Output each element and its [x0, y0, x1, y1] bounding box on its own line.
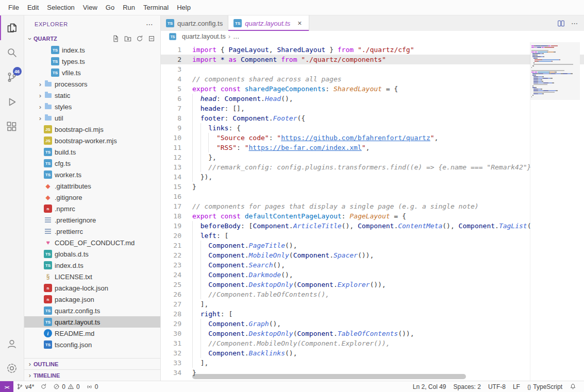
line-number[interactable]: 24: [161, 270, 192, 280]
line-number[interactable]: 10: [161, 133, 192, 143]
tree-item-bootstrap-cli.mjs[interactable]: JSbootstrap-cli.mjs: [24, 124, 160, 135]
line-number[interactable]: 25: [161, 280, 192, 289]
tree-item-static[interactable]: static: [24, 90, 160, 101]
tree-item-vfile.ts[interactable]: TSvfile.ts: [24, 67, 160, 78]
tab-quartz.layout.ts[interactable]: TSquartz.layout.ts×: [228, 15, 309, 31]
tree-item-.gitattributes[interactable]: ◆.gitattributes: [24, 180, 160, 192]
code-line-24[interactable]: 24Component.Darkmode(),: [161, 270, 584, 280]
line-number[interactable]: 11: [161, 143, 192, 152]
code-line-27[interactable]: 27],: [161, 299, 584, 309]
line-number[interactable]: 2: [161, 55, 192, 64]
menu-file[interactable]: File: [4, 2, 23, 13]
language-status[interactable]: TypeScript: [524, 381, 566, 392]
line-number[interactable]: 23: [161, 260, 192, 270]
line-number[interactable]: 22: [161, 250, 192, 260]
line-number[interactable]: 7: [161, 104, 192, 113]
code-line-20[interactable]: 20left: [: [161, 231, 584, 241]
refresh-icon[interactable]: [136, 35, 143, 42]
line-number[interactable]: 29: [161, 319, 192, 329]
tree-item-util[interactable]: util: [24, 112, 160, 124]
line-number[interactable]: 1: [161, 45, 192, 55]
section-timeline[interactable]: TIMELINE: [24, 369, 160, 381]
remote-indicator[interactable]: [0, 381, 13, 392]
tree-item-index.d.ts[interactable]: TSindex.d.ts: [24, 260, 160, 271]
line-number[interactable]: 6: [161, 94, 192, 104]
code-line-31[interactable]: 31//Component.MobileOnly(Component.Explo…: [161, 338, 584, 348]
encoding-status[interactable]: UTF-8: [485, 381, 509, 392]
tree-item-package-lock.json[interactable]: npackage-lock.json: [24, 282, 160, 294]
collapse-all-icon[interactable]: [148, 35, 155, 42]
run-debug-activity-icon[interactable]: [0, 90, 24, 114]
line-number[interactable]: 9: [161, 123, 192, 133]
extensions-activity-icon[interactable]: [0, 114, 24, 139]
tree-item-README.md[interactable]: iREADME.md: [24, 328, 160, 339]
code-line-23[interactable]: 23Component.Search(),: [161, 260, 584, 270]
tree-item-CODE_OF_CONDUCT.md[interactable]: ♥CODE_OF_CONDUCT.md: [24, 237, 160, 248]
line-number[interactable]: 15: [161, 182, 192, 192]
menu-help[interactable]: Help: [173, 2, 195, 13]
code-line-26[interactable]: 26//Component.TableOfContents(),: [161, 289, 584, 299]
tree-item-index.ts[interactable]: TSindex.ts: [24, 44, 160, 56]
new-folder-icon[interactable]: [124, 35, 131, 42]
menu-view[interactable]: View: [79, 2, 102, 13]
section-outline[interactable]: OUTLINE: [24, 358, 160, 369]
code-line-15[interactable]: 15}: [161, 182, 584, 192]
line-number[interactable]: 3: [161, 64, 192, 74]
line-number[interactable]: 16: [161, 192, 192, 201]
explorer-activity-icon[interactable]: [0, 15, 24, 40]
code-line-22[interactable]: 22Component.MobileOnly(Component.Spacer(…: [161, 250, 584, 260]
line-number[interactable]: 32: [161, 348, 192, 358]
line-number[interactable]: 4: [161, 74, 192, 84]
tree-item-.gitignore[interactable]: ◆.gitignore: [24, 192, 160, 203]
line-number[interactable]: 27: [161, 299, 192, 309]
code-line-3[interactable]: 3: [161, 64, 584, 74]
split-editor-icon[interactable]: [557, 20, 565, 27]
problems-status[interactable]: 0 0: [50, 381, 82, 392]
search-activity-icon[interactable]: [0, 40, 24, 65]
minimap[interactable]: [530, 42, 580, 381]
line-number[interactable]: 5: [161, 84, 192, 94]
line-number[interactable]: 12: [161, 152, 192, 162]
code-line-32[interactable]: 32Component.Backlinks(),: [161, 348, 584, 358]
line-number[interactable]: 26: [161, 289, 192, 299]
tree-item-.npmrc[interactable]: n.npmrc: [24, 203, 160, 214]
scrollbar-thumb[interactable]: [192, 374, 466, 379]
code-line-12[interactable]: 12},: [161, 152, 584, 162]
menu-go[interactable]: Go: [102, 2, 119, 13]
code-line-4[interactable]: 4// components shared across all pages: [161, 74, 584, 84]
eol-status[interactable]: LF: [509, 381, 524, 392]
code-line-11[interactable]: 11"RSS": "https://be-far.com/index.xml",: [161, 143, 584, 152]
code-line-9[interactable]: 9links: {: [161, 123, 584, 133]
code-line-21[interactable]: 21Component.PageTitle(),: [161, 241, 584, 250]
tree-item-package.json[interactable]: npackage.json: [24, 294, 160, 305]
line-number[interactable]: 30: [161, 329, 192, 338]
code-line-33[interactable]: 33],: [161, 358, 584, 368]
tree-item-types.ts[interactable]: TStypes.ts: [24, 56, 160, 67]
close-tab-icon[interactable]: ×: [295, 19, 304, 27]
code-line-29[interactable]: 29Component.Graph(),: [161, 319, 584, 329]
code-line-30[interactable]: 30Component.DesktopOnly(Component.TableO…: [161, 329, 584, 338]
notifications-status[interactable]: [566, 381, 580, 392]
code-line-18[interactable]: 18export const defaultContentPageLayout:…: [161, 211, 584, 221]
branch-status[interactable]: v4*: [13, 381, 37, 392]
line-number[interactable]: 34: [161, 368, 192, 378]
line-number[interactable]: 31: [161, 338, 192, 348]
new-file-icon[interactable]: [112, 35, 120, 42]
code-line-19[interactable]: 19beforeBody: [Component.ArticleTitle(),…: [161, 221, 584, 231]
code-line-1[interactable]: 1import { PageLayout, SharedLayout } fro…: [161, 45, 584, 55]
indentation-status[interactable]: Spaces: 2: [450, 381, 485, 392]
menu-run[interactable]: Run: [119, 2, 139, 13]
menu-terminal[interactable]: Terminal: [139, 2, 173, 13]
tree-item-build.ts[interactable]: TSbuild.ts: [24, 146, 160, 158]
line-number[interactable]: 14: [161, 172, 192, 182]
code-line-14[interactable]: 14}),: [161, 172, 584, 182]
ports-status[interactable]: 0: [83, 381, 102, 392]
line-number[interactable]: 18: [161, 211, 192, 221]
source-control-activity-icon[interactable]: 46: [0, 65, 24, 90]
cursor-position-status[interactable]: Ln 2, Col 49: [409, 381, 450, 392]
tree-item-cfg.ts[interactable]: TScfg.ts: [24, 158, 160, 169]
menu-edit[interactable]: Edit: [23, 2, 43, 13]
line-number[interactable]: 33: [161, 358, 192, 368]
tab-quartz.config.ts[interactable]: TSquartz.config.ts: [161, 15, 228, 31]
tree-item-processors[interactable]: processors: [24, 78, 160, 90]
